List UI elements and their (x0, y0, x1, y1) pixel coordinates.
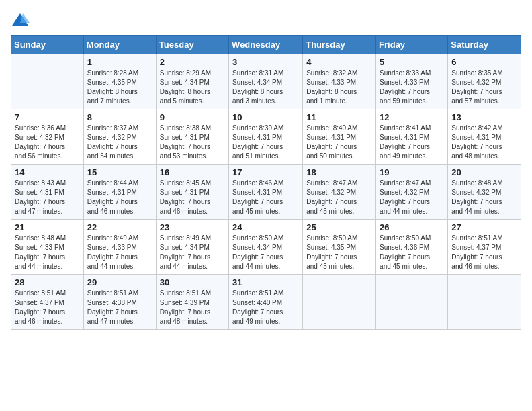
day-info: Sunrise: 8:31 AMSunset: 4:34 PMDaylight:… (232, 68, 299, 106)
day-number: 16 (160, 167, 225, 177)
day-cell: 12Sunrise: 8:41 AMSunset: 4:31 PMDayligh… (376, 109, 448, 165)
day-cell: 24Sunrise: 8:50 AMSunset: 4:34 PMDayligh… (229, 220, 303, 275)
day-cell: 27Sunrise: 8:51 AMSunset: 4:37 PMDayligh… (448, 220, 521, 275)
day-cell: 22Sunrise: 8:49 AMSunset: 4:33 PMDayligh… (83, 220, 156, 275)
day-cell: 20Sunrise: 8:48 AMSunset: 4:32 PMDayligh… (448, 165, 521, 220)
day-cell: 19Sunrise: 8:47 AMSunset: 4:32 PMDayligh… (376, 165, 448, 220)
week-row-1: 1Sunrise: 8:28 AMSunset: 4:35 PMDaylight… (11, 54, 521, 109)
header-saturday: Saturday (448, 36, 521, 54)
day-cell: 1Sunrise: 8:28 AMSunset: 4:35 PMDaylight… (83, 54, 156, 109)
day-info: Sunrise: 8:37 AMSunset: 4:32 PMDaylight:… (87, 124, 152, 161)
day-info: Sunrise: 8:51 AMSunset: 4:37 PMDaylight:… (15, 289, 80, 326)
day-cell: 18Sunrise: 8:47 AMSunset: 4:32 PMDayligh… (303, 165, 376, 220)
day-info: Sunrise: 8:51 AMSunset: 4:40 PMDaylight:… (232, 289, 299, 326)
day-number: 12 (380, 112, 444, 122)
day-info: Sunrise: 8:38 AMSunset: 4:31 PMDaylight:… (160, 124, 225, 161)
day-info: Sunrise: 8:47 AMSunset: 4:32 PMDaylight:… (306, 179, 372, 216)
day-cell: 8Sunrise: 8:37 AMSunset: 4:32 PMDaylight… (83, 109, 156, 165)
day-cell: 14Sunrise: 8:43 AMSunset: 4:31 PMDayligh… (11, 165, 84, 220)
week-row-5: 28Sunrise: 8:51 AMSunset: 4:37 PMDayligh… (11, 275, 521, 330)
day-cell: 5Sunrise: 8:33 AMSunset: 4:33 PMDaylight… (376, 54, 448, 109)
day-number: 7 (15, 112, 80, 122)
day-cell: 28Sunrise: 8:51 AMSunset: 4:37 PMDayligh… (11, 275, 84, 330)
day-cell: 15Sunrise: 8:44 AMSunset: 4:31 PMDayligh… (83, 165, 156, 220)
svg-marker-1 (20, 13, 30, 23)
day-cell: 4Sunrise: 8:32 AMSunset: 4:33 PMDaylight… (303, 54, 376, 109)
day-number: 23 (160, 222, 225, 232)
day-number: 17 (232, 167, 299, 177)
day-info: Sunrise: 8:47 AMSunset: 4:32 PMDaylight:… (380, 179, 444, 216)
day-cell: 9Sunrise: 8:38 AMSunset: 4:31 PMDaylight… (156, 109, 228, 165)
day-number: 10 (232, 112, 299, 122)
header-tuesday: Tuesday (156, 36, 228, 54)
day-cell: 2Sunrise: 8:29 AMSunset: 4:34 PMDaylight… (156, 54, 228, 109)
day-cell (448, 275, 521, 330)
day-number: 13 (451, 112, 517, 122)
header-wednesday: Wednesday (229, 36, 303, 54)
day-cell: 7Sunrise: 8:36 AMSunset: 4:32 PMDaylight… (11, 109, 84, 165)
day-number: 20 (451, 167, 517, 177)
day-number: 25 (306, 222, 372, 232)
day-info: Sunrise: 8:28 AMSunset: 4:35 PMDaylight:… (87, 68, 152, 106)
day-info: Sunrise: 8:50 AMSunset: 4:35 PMDaylight:… (306, 234, 372, 271)
day-info: Sunrise: 8:29 AMSunset: 4:34 PMDaylight:… (160, 68, 225, 106)
day-info: Sunrise: 8:40 AMSunset: 4:31 PMDaylight:… (306, 124, 372, 161)
logo-icon (11, 11, 30, 30)
header-sunday: Sunday (11, 36, 84, 54)
day-info: Sunrise: 8:35 AMSunset: 4:32 PMDaylight:… (451, 68, 517, 106)
day-info: Sunrise: 8:32 AMSunset: 4:33 PMDaylight:… (306, 68, 372, 106)
day-cell (11, 54, 84, 109)
day-info: Sunrise: 8:39 AMSunset: 4:31 PMDaylight:… (232, 124, 299, 161)
header-row: SundayMondayTuesdayWednesdayThursdayFrid… (11, 36, 521, 54)
day-cell: 10Sunrise: 8:39 AMSunset: 4:31 PMDayligh… (229, 109, 303, 165)
header-thursday: Thursday (303, 36, 376, 54)
day-number: 2 (160, 57, 225, 67)
day-info: Sunrise: 8:46 AMSunset: 4:31 PMDaylight:… (232, 179, 299, 216)
day-number: 6 (451, 57, 517, 67)
day-number: 9 (160, 112, 225, 122)
day-cell: 6Sunrise: 8:35 AMSunset: 4:32 PMDaylight… (448, 54, 521, 109)
day-number: 14 (15, 167, 80, 177)
day-info: Sunrise: 8:51 AMSunset: 4:39 PMDaylight:… (160, 289, 225, 326)
day-cell: 21Sunrise: 8:48 AMSunset: 4:33 PMDayligh… (11, 220, 84, 275)
day-cell: 17Sunrise: 8:46 AMSunset: 4:31 PMDayligh… (229, 165, 303, 220)
day-number: 24 (232, 222, 299, 232)
week-row-2: 7Sunrise: 8:36 AMSunset: 4:32 PMDaylight… (11, 109, 521, 165)
day-info: Sunrise: 8:50 AMSunset: 4:34 PMDaylight:… (232, 234, 299, 271)
day-info: Sunrise: 8:49 AMSunset: 4:33 PMDaylight:… (87, 234, 152, 271)
day-number: 27 (451, 222, 517, 232)
day-info: Sunrise: 8:41 AMSunset: 4:31 PMDaylight:… (380, 124, 444, 161)
day-number: 15 (87, 167, 152, 177)
day-cell: 23Sunrise: 8:49 AMSunset: 4:34 PMDayligh… (156, 220, 228, 275)
day-info: Sunrise: 8:45 AMSunset: 4:31 PMDaylight:… (160, 179, 225, 216)
day-number: 1 (87, 57, 152, 67)
day-info: Sunrise: 8:36 AMSunset: 4:32 PMDaylight:… (15, 124, 80, 161)
day-number: 8 (87, 112, 152, 122)
week-row-4: 21Sunrise: 8:48 AMSunset: 4:33 PMDayligh… (11, 220, 521, 275)
day-info: Sunrise: 8:42 AMSunset: 4:31 PMDaylight:… (451, 124, 517, 161)
header (11, 11, 521, 30)
day-info: Sunrise: 8:50 AMSunset: 4:36 PMDaylight:… (380, 234, 444, 271)
day-number: 22 (87, 222, 152, 232)
day-cell: 3Sunrise: 8:31 AMSunset: 4:34 PMDaylight… (229, 54, 303, 109)
day-number: 21 (15, 222, 80, 232)
day-cell: 26Sunrise: 8:50 AMSunset: 4:36 PMDayligh… (376, 220, 448, 275)
day-cell: 25Sunrise: 8:50 AMSunset: 4:35 PMDayligh… (303, 220, 376, 275)
day-info: Sunrise: 8:51 AMSunset: 4:37 PMDaylight:… (451, 234, 517, 271)
day-number: 29 (87, 277, 152, 287)
day-info: Sunrise: 8:43 AMSunset: 4:31 PMDaylight:… (15, 179, 80, 216)
day-cell: 11Sunrise: 8:40 AMSunset: 4:31 PMDayligh… (303, 109, 376, 165)
day-number: 31 (232, 277, 299, 287)
calendar-table: SundayMondayTuesdayWednesdayThursdayFrid… (11, 35, 521, 330)
day-number: 28 (15, 277, 80, 287)
logo (11, 11, 32, 30)
day-info: Sunrise: 8:49 AMSunset: 4:34 PMDaylight:… (160, 234, 225, 271)
day-info: Sunrise: 8:48 AMSunset: 4:33 PMDaylight:… (15, 234, 80, 271)
day-number: 18 (306, 167, 372, 177)
week-row-3: 14Sunrise: 8:43 AMSunset: 4:31 PMDayligh… (11, 165, 521, 220)
day-number: 30 (160, 277, 225, 287)
day-info: Sunrise: 8:44 AMSunset: 4:31 PMDaylight:… (87, 179, 152, 216)
day-cell: 31Sunrise: 8:51 AMSunset: 4:40 PMDayligh… (229, 275, 303, 330)
header-monday: Monday (83, 36, 156, 54)
day-cell: 16Sunrise: 8:45 AMSunset: 4:31 PMDayligh… (156, 165, 228, 220)
